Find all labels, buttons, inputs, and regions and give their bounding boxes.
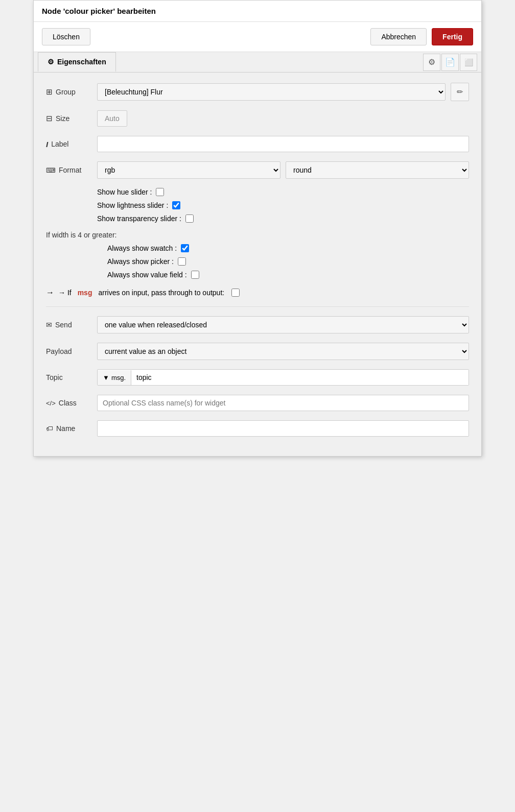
gear-icon: ⚙ xyxy=(428,57,435,67)
topic-label: Topic xyxy=(46,373,92,381)
swatch-checkbox[interactable] xyxy=(181,244,189,252)
hue-slider-row: Show hue slider : xyxy=(97,188,469,196)
send-label: ✉ Send xyxy=(46,321,92,329)
msg-suffix: arrives on input, pass through to output… xyxy=(98,289,224,297)
topic-prefix-button[interactable]: ▼ msg. xyxy=(98,370,131,385)
size-row: ⊟ Size Auto xyxy=(46,110,469,127)
lightness-slider-label: Show lightness slider : xyxy=(97,201,168,209)
envelope-icon: ✉ xyxy=(46,321,52,329)
gear-tab-icon: ⚙ xyxy=(48,58,54,66)
msg-passthrough-row: → → If msg arrives on input, pass throug… xyxy=(46,288,469,297)
group-select-wrapper: [Beleuchtung] Flur xyxy=(97,83,446,101)
class-row: </> Class xyxy=(46,395,469,411)
doc-icon: 📄 xyxy=(445,57,455,67)
lightness-slider-row: Show lightness slider : xyxy=(97,201,469,209)
payload-label: Payload xyxy=(46,347,92,355)
picker-row: Always show picker : xyxy=(107,257,469,266)
width-checkboxes: Always show swatch : Always show picker … xyxy=(107,244,469,279)
send-row: ✉ Send one value when released/closed on… xyxy=(46,316,469,333)
label-input[interactable] xyxy=(97,136,469,152)
label-icon: I xyxy=(46,140,48,149)
picker-checkbox[interactable] xyxy=(178,257,186,266)
pencil-icon: ✏ xyxy=(457,87,463,97)
msg-passthrough-checkbox[interactable] xyxy=(231,289,240,297)
topic-input[interactable] xyxy=(131,370,469,385)
msg-keyword: msg xyxy=(78,289,92,297)
tag-icon: 🏷 xyxy=(46,424,53,433)
transparency-slider-label: Show transparency slider : xyxy=(97,214,181,223)
transparency-slider-row: Show transparency slider : xyxy=(97,214,469,223)
done-button[interactable]: Fertig xyxy=(432,28,473,45)
payload-row: Payload current value as an object curre… xyxy=(46,343,469,360)
width-section-label: If width is 4 or greater: xyxy=(46,231,469,239)
name-row: 🏷 Name xyxy=(46,420,469,437)
transparency-slider-checkbox[interactable] xyxy=(185,214,194,223)
tab-icon-frame[interactable]: ⬜ xyxy=(460,54,477,71)
class-input[interactable] xyxy=(97,395,469,411)
swatch-label: Always show swatch : xyxy=(107,244,177,252)
format-selects: rgb hex hsv hsl round floor ceil xyxy=(97,161,469,179)
hue-slider-checkbox[interactable] xyxy=(156,188,164,196)
format-row: ⌨ Format rgb hex hsv hsl round floor cei… xyxy=(46,161,469,179)
value-field-checkbox[interactable] xyxy=(191,271,199,279)
tab-icon-doc[interactable]: 📄 xyxy=(441,54,459,71)
round-select[interactable]: round floor ceil xyxy=(286,161,469,179)
size-icon: ⊟ xyxy=(46,114,53,123)
value-field-label: Always show value field : xyxy=(107,271,187,279)
lightness-slider-checkbox[interactable] xyxy=(172,201,180,209)
group-select[interactable]: [Beleuchtung] Flur xyxy=(97,83,446,101)
tab-icon-gear[interactable]: ⚙ xyxy=(423,54,440,71)
swatch-row: Always show swatch : xyxy=(107,244,469,252)
topic-input-group: ▼ msg. xyxy=(97,369,469,386)
tab-properties-label: Eigenschaften xyxy=(57,58,106,66)
label-row: I Label xyxy=(46,136,469,152)
delete-button[interactable]: Löschen xyxy=(42,28,90,45)
group-edit-button[interactable]: ✏ xyxy=(451,83,469,101)
msg-prefix: → If xyxy=(58,289,72,297)
send-select[interactable]: one value when released/closed one value… xyxy=(97,316,469,333)
group-icon: ⊞ xyxy=(46,87,53,97)
size-auto-button[interactable]: Auto xyxy=(97,110,127,127)
cancel-button[interactable]: Abbrechen xyxy=(370,28,427,45)
format-icon: ⌨ xyxy=(46,166,56,174)
name-label: 🏷 Name xyxy=(46,424,92,433)
class-label: </> Class xyxy=(46,399,92,407)
arrow-icon: → xyxy=(46,288,54,297)
code-icon: </> xyxy=(46,399,56,407)
picker-label: Always show picker : xyxy=(107,257,174,266)
format-label: ⌨ Format xyxy=(46,166,92,174)
topic-prefix-text: msg. xyxy=(111,374,126,381)
label-label: I Label xyxy=(46,140,92,149)
tab-properties[interactable]: ⚙ Eigenschaften xyxy=(38,52,116,72)
group-row: ⊞ Group [Beleuchtung] Flur ✏ xyxy=(46,83,469,101)
frame-icon: ⬜ xyxy=(464,58,473,66)
dialog-title: Node 'colour picker' bearbeiten xyxy=(42,7,156,15)
payload-select[interactable]: current value as an object current value… xyxy=(97,343,469,360)
name-input[interactable] xyxy=(97,420,469,437)
sliders-section: Show hue slider : Show lightness slider … xyxy=(97,188,469,223)
topic-row: Topic ▼ msg. xyxy=(46,369,469,386)
value-field-row: Always show value field : xyxy=(107,271,469,279)
group-label: ⊞ Group xyxy=(46,87,92,97)
hue-slider-label: Show hue slider : xyxy=(97,188,152,196)
size-label: ⊟ Size xyxy=(46,114,92,123)
dropdown-arrow-icon: ▼ xyxy=(103,374,109,381)
format-select[interactable]: rgb hex hsv hsl xyxy=(97,161,280,179)
width-section: If width is 4 or greater: Always show sw… xyxy=(46,231,469,279)
